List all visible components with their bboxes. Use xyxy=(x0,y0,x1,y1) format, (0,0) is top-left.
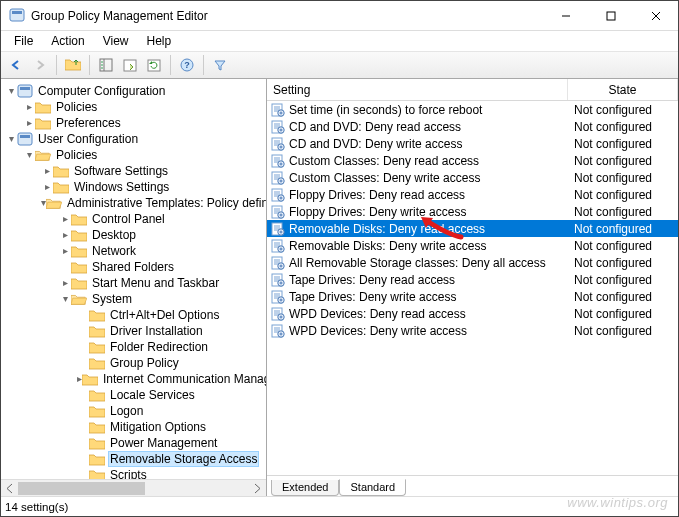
svg-rect-10 xyxy=(607,12,615,20)
list-row[interactable]: Floppy Drives: Deny read accessNot confi… xyxy=(267,186,678,203)
chevron-down-icon[interactable]: ▾ xyxy=(5,131,17,147)
list-header: Setting State xyxy=(267,79,678,101)
show-hide-tree-button[interactable] xyxy=(95,54,117,76)
tree-group-policy[interactable]: Group Policy xyxy=(5,355,266,371)
menu-view[interactable]: View xyxy=(96,33,136,49)
tree-uc-policies[interactable]: ▾ Policies xyxy=(5,147,266,163)
chevron-right-icon[interactable]: ▸ xyxy=(59,227,71,243)
minimize-button[interactable] xyxy=(543,1,588,30)
tree-windows-settings[interactable]: ▸ Windows Settings xyxy=(5,179,266,195)
list-row[interactable]: Floppy Drives: Deny write accessNot conf… xyxy=(267,203,678,220)
close-button[interactable] xyxy=(633,1,678,30)
tree-internet-communication[interactable]: ▸ Internet Communication Management xyxy=(5,371,266,387)
status-text: 14 setting(s) xyxy=(5,501,68,513)
up-button[interactable] xyxy=(62,54,84,76)
chevron-down-icon[interactable]: ▾ xyxy=(23,147,35,163)
folder-icon xyxy=(89,356,105,370)
list-row[interactable]: Set time (in seconds) to force rebootNot… xyxy=(267,101,678,118)
tree-folder-redirection[interactable]: Folder Redirection xyxy=(5,339,266,355)
setting-name: All Removable Storage classes: Deny all … xyxy=(289,256,568,270)
list-body[interactable]: Set time (in seconds) to force rebootNot… xyxy=(267,101,678,475)
tree-ctrl-alt-del[interactable]: Ctrl+Alt+Del Options xyxy=(5,307,266,323)
tree-mitigation-options[interactable]: Mitigation Options xyxy=(5,419,266,435)
list-row[interactable]: All Removable Storage classes: Deny all … xyxy=(267,254,678,271)
refresh-button[interactable] xyxy=(143,54,165,76)
setting-state: Not configured xyxy=(568,154,678,168)
folder-icon xyxy=(71,228,87,242)
tree-shared-folders[interactable]: Shared Folders xyxy=(5,259,266,275)
tab-extended[interactable]: Extended xyxy=(271,480,339,496)
maximize-button[interactable] xyxy=(588,1,633,30)
setting-name: Tape Drives: Deny read access xyxy=(289,273,568,287)
folder-icon xyxy=(71,260,87,274)
list-row[interactable]: CD and DVD: Deny write accessNot configu… xyxy=(267,135,678,152)
tree-computer-configuration[interactable]: ▾ Computer Configuration xyxy=(5,83,266,99)
tree-driver-installation[interactable]: Driver Installation xyxy=(5,323,266,339)
menu-action[interactable]: Action xyxy=(44,33,91,49)
tree-cc-preferences[interactable]: ▸ Preferences xyxy=(5,115,266,131)
chevron-right-icon[interactable]: ▸ xyxy=(59,243,71,259)
folder-icon xyxy=(35,100,51,114)
policy-setting-icon xyxy=(271,154,285,168)
folder-icon xyxy=(82,372,98,386)
tree-start-menu[interactable]: ▸ Start Menu and Taskbar xyxy=(5,275,266,291)
menu-file[interactable]: File xyxy=(7,33,40,49)
chevron-right-icon[interactable]: ▸ xyxy=(23,99,35,115)
setting-name: Floppy Drives: Deny write access xyxy=(289,205,568,219)
tree-software-settings[interactable]: ▸ Software Settings xyxy=(5,163,266,179)
tree-control-panel[interactable]: ▸ Control Panel xyxy=(5,211,266,227)
menubar: File Action View Help xyxy=(1,31,678,51)
tree-admin-templates[interactable]: ▾ Administrative Templates: Policy defin… xyxy=(5,195,266,211)
back-button[interactable] xyxy=(5,54,27,76)
forward-button[interactable] xyxy=(29,54,51,76)
list-row[interactable]: Removable Disks: Deny write accessNot co… xyxy=(267,237,678,254)
list-row[interactable]: Tape Drives: Deny read accessNot configu… xyxy=(267,271,678,288)
folder-open-icon xyxy=(46,196,62,210)
help-button[interactable]: ? xyxy=(176,54,198,76)
chevron-down-icon[interactable]: ▾ xyxy=(5,83,17,99)
setting-name: Custom Classes: Deny read access xyxy=(289,154,568,168)
list-row[interactable]: CD and DVD: Deny read accessNot configur… xyxy=(267,118,678,135)
tree-desktop[interactable]: ▸ Desktop xyxy=(5,227,266,243)
list-row[interactable]: Tape Drives: Deny write accessNot config… xyxy=(267,288,678,305)
tree-logon[interactable]: Logon xyxy=(5,403,266,419)
chevron-right-icon[interactable]: ▸ xyxy=(59,211,71,227)
tree[interactable]: ▾ Computer Configuration ▸ Policies ▸ Pr… xyxy=(1,79,266,479)
tree-scripts[interactable]: Scripts xyxy=(5,467,266,479)
tree-removable-storage-access[interactable]: Removable Storage Access xyxy=(5,451,266,467)
policy-setting-icon xyxy=(271,171,285,185)
tree-system[interactable]: ▾ System xyxy=(5,291,266,307)
tree-power-management[interactable]: Power Management xyxy=(5,435,266,451)
setting-state: Not configured xyxy=(568,103,678,117)
chevron-right-icon[interactable]: ▸ xyxy=(41,163,53,179)
filter-button[interactable] xyxy=(209,54,231,76)
list-row[interactable]: WPD Devices: Deny read accessNot configu… xyxy=(267,305,678,322)
list-row[interactable]: Removable Disks: Deny read accessNot con… xyxy=(267,220,678,237)
tabs-row: Extended Standard xyxy=(267,475,678,496)
folder-icon xyxy=(89,420,105,434)
menu-help[interactable]: Help xyxy=(140,33,179,49)
tree-user-configuration[interactable]: ▾ User Configuration xyxy=(5,131,266,147)
policy-setting-icon xyxy=(271,103,285,117)
tree-network[interactable]: ▸ Network xyxy=(5,243,266,259)
column-setting[interactable]: Setting xyxy=(267,79,568,100)
window-title: Group Policy Management Editor xyxy=(31,9,543,23)
tab-standard[interactable]: Standard xyxy=(339,479,406,496)
chevron-right-icon[interactable]: ▸ xyxy=(23,115,35,131)
tree-cc-policies[interactable]: ▸ Policies xyxy=(5,99,266,115)
setting-state: Not configured xyxy=(568,273,678,287)
setting-state: Not configured xyxy=(568,205,678,219)
tree-locale-services[interactable]: Locale Services xyxy=(5,387,266,403)
list-row[interactable]: Custom Classes: Deny write accessNot con… xyxy=(267,169,678,186)
chevron-right-icon[interactable]: ▸ xyxy=(59,275,71,291)
toolbar: ? xyxy=(1,51,678,79)
chevron-down-icon[interactable]: ▾ xyxy=(59,291,71,307)
folder-icon xyxy=(89,468,105,479)
list-row[interactable]: Custom Classes: Deny read accessNot conf… xyxy=(267,152,678,169)
properties-button[interactable] xyxy=(119,54,141,76)
folder-icon xyxy=(35,116,51,130)
column-state[interactable]: State xyxy=(568,79,678,100)
tree-horizontal-scrollbar[interactable] xyxy=(1,479,266,496)
list-row[interactable]: WPD Devices: Deny write accessNot config… xyxy=(267,322,678,339)
chevron-right-icon[interactable]: ▸ xyxy=(41,179,53,195)
